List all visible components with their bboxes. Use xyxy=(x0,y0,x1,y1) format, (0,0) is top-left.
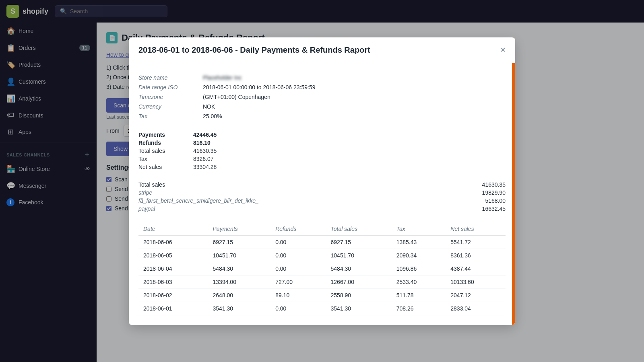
modal-header: 2018-06-01 to 2018-06-06 - Daily Payment… xyxy=(129,37,515,63)
refunds-label: Refunds xyxy=(138,140,187,146)
daily-table-body: 2018-06-066927.150.006927.151385.435541.… xyxy=(138,235,506,315)
currency-row: Currency NOK xyxy=(138,102,506,111)
timezone-row: Timezone (GMT+01:00) Copenhagen xyxy=(138,92,506,102)
cell-net_sales: 10133.60 xyxy=(446,275,506,288)
table-header-row: Date Payments Refunds Total sales Tax Ne… xyxy=(138,222,506,236)
cell-payments: 6927.15 xyxy=(208,235,271,249)
cell-tax: 1096.86 xyxy=(392,262,446,275)
report-info: Store name Placeholder Inc Date range IS… xyxy=(138,73,506,121)
pm-betal-value: 5168.00 xyxy=(485,197,506,204)
table-row: 2018-06-013541.300.003541.30708.262833.0… xyxy=(138,302,506,315)
net-sales-label: Net sales xyxy=(138,164,187,170)
table-row: 2018-06-045484.300.005484.301096.864387.… xyxy=(138,262,506,275)
cell-net_sales: 2047.12 xyxy=(446,288,506,302)
cell-refunds: 0.00 xyxy=(270,235,326,249)
tax-value: 25.00% xyxy=(203,113,222,119)
modal-close-button[interactable]: × xyxy=(500,45,506,54)
pm-paypal-row: paypal 16632.45 xyxy=(138,205,506,213)
timezone-label: Timezone xyxy=(138,94,203,100)
net-sales-row: Net sales 33304.28 xyxy=(138,163,506,171)
refunds-row: Refunds 816.10 xyxy=(138,139,506,147)
col-tax: Tax xyxy=(392,222,446,236)
timezone-value: (GMT+01:00) Copenhagen xyxy=(203,94,270,100)
store-name-value: Placeholder Inc xyxy=(203,74,242,81)
cell-tax: 511.78 xyxy=(392,288,446,302)
summary-section: Payments 42446.45 Refunds 816.10 Total s… xyxy=(138,131,506,171)
cell-refunds: 727.00 xyxy=(270,275,326,288)
cell-refunds: 89.10 xyxy=(270,288,326,302)
date-range-row: Date range ISO 2018-06-01 00:00:00 to 20… xyxy=(138,82,506,92)
cell-tax: 1385.43 xyxy=(392,235,446,249)
cell-net_sales: 5541.72 xyxy=(446,235,506,249)
total-sales-row: Total sales 41630.35 xyxy=(138,147,506,155)
daily-table: Date Payments Refunds Total sales Tax Ne… xyxy=(138,222,506,315)
cell-refunds: 0.00 xyxy=(270,262,326,275)
table-row: 2018-06-022648.0089.102558.90511.782047.… xyxy=(138,288,506,302)
cell-payments: 3541.30 xyxy=(208,302,271,315)
net-sales-value: 33304.28 xyxy=(193,164,217,170)
payments-label: Payments xyxy=(138,132,187,138)
pm-stripe-value: 19829.90 xyxy=(482,189,506,196)
pm-paypal-value: 16632.45 xyxy=(482,206,506,212)
cell-total_sales: 3541.30 xyxy=(326,302,392,315)
cell-total_sales: 12667.00 xyxy=(326,275,392,288)
tax-summary-label: Tax xyxy=(138,156,187,162)
col-date: Date xyxy=(138,222,208,236)
cell-net_sales: 8361.36 xyxy=(446,249,506,262)
cell-payments: 10451.70 xyxy=(208,249,271,262)
modal-title: 2018-06-01 to 2018-06-06 - Daily Payment… xyxy=(138,45,370,55)
cell-refunds: 0.00 xyxy=(270,302,326,315)
col-total-sales: Total sales xyxy=(326,222,392,236)
tax-row: Tax 25.00% xyxy=(138,111,506,121)
cell-payments: 13394.00 xyxy=(208,275,271,288)
table-row: 2018-06-066927.150.006927.151385.435541.… xyxy=(138,235,506,249)
cell-date: 2018-06-06 xyxy=(138,235,208,249)
payments-row: Payments 42446.45 xyxy=(138,131,506,139)
cell-date: 2018-06-02 xyxy=(138,288,208,302)
modal-overlay[interactable]: 2018-06-01 to 2018-06-06 - Daily Payment… xyxy=(0,0,644,362)
store-name-label: Store name xyxy=(138,74,203,81)
currency-value: NOK xyxy=(203,103,215,110)
tax-summary-value: 8326.07 xyxy=(193,156,214,162)
cell-date: 2018-06-03 xyxy=(138,275,208,288)
scrollbar-accent xyxy=(512,37,515,325)
total-sales-value: 41630.35 xyxy=(193,148,217,154)
pm-betal-row: få_først_betal_senere_smidigere_blir_det… xyxy=(138,197,506,205)
pm-paypal-label: paypal xyxy=(138,206,155,212)
pm-total-value: 41630.35 xyxy=(482,181,506,188)
col-payments: Payments xyxy=(208,222,271,236)
cell-refunds: 0.00 xyxy=(270,249,326,262)
col-refunds: Refunds xyxy=(270,222,326,236)
col-net-sales: Net sales xyxy=(446,222,506,236)
payments-value: 42446.45 xyxy=(193,132,217,138)
modal: 2018-06-01 to 2018-06-06 - Daily Payment… xyxy=(129,37,515,325)
date-range-label: Date range ISO xyxy=(138,84,203,90)
cell-date: 2018-06-04 xyxy=(138,262,208,275)
cell-payments: 2648.00 xyxy=(208,288,271,302)
cell-total_sales: 10451.70 xyxy=(326,249,392,262)
pm-total-label: Total sales xyxy=(138,181,165,188)
refunds-value: 816.10 xyxy=(193,140,211,146)
cell-tax: 708.26 xyxy=(392,302,446,315)
cell-total_sales: 5484.30 xyxy=(326,262,392,275)
pm-stripe-row: stripe 19829.90 xyxy=(138,189,506,197)
cell-date: 2018-06-05 xyxy=(138,249,208,262)
payment-methods-section: Total sales 41630.35 stripe 19829.90 få_… xyxy=(138,181,506,213)
daily-table-header: Date Payments Refunds Total sales Tax Ne… xyxy=(138,222,506,236)
cell-tax: 2090.34 xyxy=(392,249,446,262)
currency-label: Currency xyxy=(138,103,203,110)
cell-net_sales: 2833.04 xyxy=(446,302,506,315)
cell-total_sales: 2558.90 xyxy=(326,288,392,302)
pm-betal-label: få_først_betal_senere_smidigere_blir_det… xyxy=(138,197,259,204)
cell-payments: 5484.30 xyxy=(208,262,271,275)
date-range-value: 2018-06-01 00:00:00 to 2018-06-06 23:59:… xyxy=(203,84,315,90)
table-row: 2018-06-0510451.700.0010451.702090.34836… xyxy=(138,249,506,262)
cell-net_sales: 4387.44 xyxy=(446,262,506,275)
tax-label: Tax xyxy=(138,113,203,119)
tax-summary-row: Tax 8326.07 xyxy=(138,155,506,163)
pm-stripe-label: stripe xyxy=(138,189,152,196)
cell-date: 2018-06-01 xyxy=(138,302,208,315)
store-name-row: Store name Placeholder Inc xyxy=(138,73,506,82)
total-sales-label: Total sales xyxy=(138,148,187,154)
table-row: 2018-06-0313394.00727.0012667.002533.401… xyxy=(138,275,506,288)
